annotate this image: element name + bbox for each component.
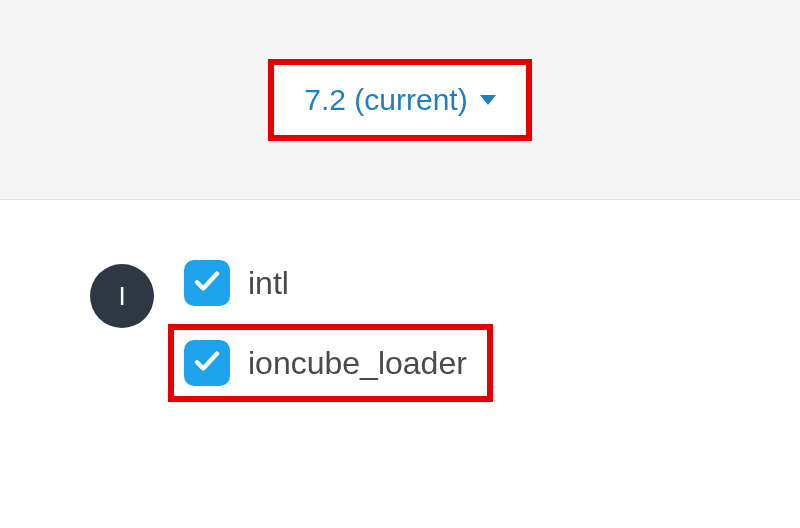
extension-row: ioncube_loader: [168, 324, 493, 402]
alpha-group-badge: I: [90, 264, 154, 328]
extension-checkbox-ioncube[interactable]: [184, 340, 230, 386]
version-selector-section: 7.2 (current): [0, 0, 800, 200]
check-icon: [192, 266, 222, 300]
extension-row: intl: [184, 260, 493, 306]
extension-checkbox-intl[interactable]: [184, 260, 230, 306]
php-version-dropdown[interactable]: 7.2 (current): [268, 59, 531, 141]
extensions-list: intl ioncube_loader: [184, 260, 493, 402]
extensions-section: I intl ioncube_loader: [0, 200, 800, 442]
check-icon: [192, 346, 222, 380]
chevron-down-icon: [480, 95, 496, 105]
version-label: 7.2 (current): [304, 83, 467, 117]
extension-label: ioncube_loader: [248, 345, 467, 382]
extension-label: intl: [248, 265, 289, 302]
alpha-letter: I: [118, 281, 125, 312]
